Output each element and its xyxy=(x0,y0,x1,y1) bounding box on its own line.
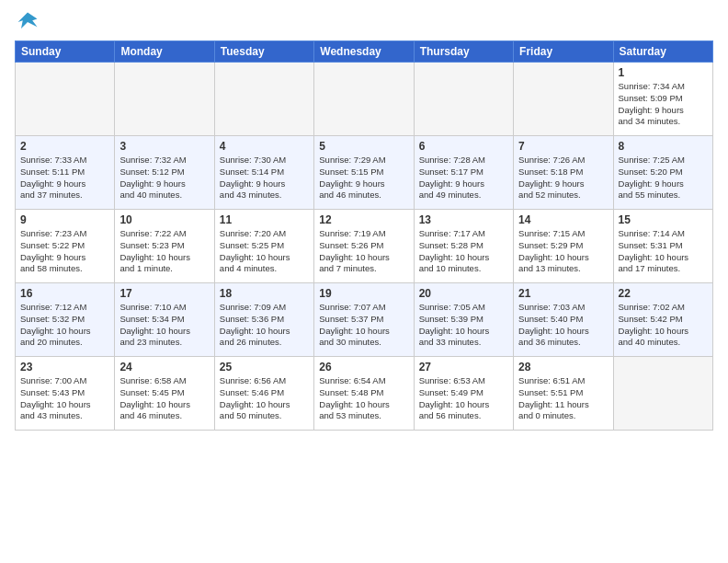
weekday-header-friday: Friday xyxy=(514,41,613,63)
day-number: 24 xyxy=(119,361,209,373)
calendar: SundayMondayTuesdayWednesdayThursdayFrid… xyxy=(15,40,713,431)
day-number: 21 xyxy=(518,287,608,300)
day-detail: Sunrise: 7:05 AM Sunset: 5:39 PM Dayligh… xyxy=(419,302,508,349)
day-detail: Sunrise: 6:54 AM Sunset: 5:48 PM Dayligh… xyxy=(319,375,408,422)
day-detail: Sunrise: 6:51 AM Sunset: 5:51 PM Dayligh… xyxy=(518,375,608,422)
day-number: 27 xyxy=(419,361,508,373)
logo xyxy=(15,9,44,35)
day-number: 28 xyxy=(518,361,608,373)
calendar-cell: 14Sunrise: 7:15 AM Sunset: 5:29 PM Dayli… xyxy=(514,210,613,283)
calendar-cell: 15Sunrise: 7:14 AM Sunset: 5:31 PM Dayli… xyxy=(613,210,712,283)
day-number: 14 xyxy=(518,213,608,226)
calendar-cell: 13Sunrise: 7:17 AM Sunset: 5:28 PM Dayli… xyxy=(414,210,513,283)
calendar-cell: 7Sunrise: 7:26 AM Sunset: 5:18 PM Daylig… xyxy=(514,136,613,210)
day-detail: Sunrise: 6:53 AM Sunset: 5:49 PM Dayligh… xyxy=(419,375,508,422)
day-detail: Sunrise: 7:00 AM Sunset: 5:43 PM Dayligh… xyxy=(20,375,109,422)
calendar-cell: 2Sunrise: 7:33 AM Sunset: 5:11 PM Daylig… xyxy=(16,136,115,210)
calendar-cell: 28Sunrise: 6:51 AM Sunset: 5:51 PM Dayli… xyxy=(514,357,613,431)
calendar-cell: 6Sunrise: 7:28 AM Sunset: 5:17 PM Daylig… xyxy=(414,136,513,210)
calendar-cell: 3Sunrise: 7:32 AM Sunset: 5:12 PM Daylig… xyxy=(115,136,214,210)
day-number: 17 xyxy=(119,287,209,300)
day-number: 7 xyxy=(518,140,608,153)
day-detail: Sunrise: 7:26 AM Sunset: 5:18 PM Dayligh… xyxy=(518,155,608,201)
day-detail: Sunrise: 7:28 AM Sunset: 5:17 PM Dayligh… xyxy=(419,155,508,201)
calendar-cell: 5Sunrise: 7:29 AM Sunset: 5:15 PM Daylig… xyxy=(314,136,414,210)
calendar-cell xyxy=(414,63,513,136)
day-number: 26 xyxy=(319,361,408,373)
day-number: 11 xyxy=(220,213,309,226)
week-row-3: 9Sunrise: 7:23 AM Sunset: 5:22 PM Daylig… xyxy=(16,210,713,283)
weekday-header-thursday: Thursday xyxy=(414,41,513,63)
day-number: 20 xyxy=(419,287,508,300)
day-detail: Sunrise: 7:23 AM Sunset: 5:22 PM Dayligh… xyxy=(20,228,109,275)
weekday-header-saturday: Saturday xyxy=(613,41,712,63)
calendar-cell xyxy=(314,63,414,136)
calendar-body: 1Sunrise: 7:34 AM Sunset: 5:09 PM Daylig… xyxy=(16,63,713,431)
weekday-header-tuesday: Tuesday xyxy=(214,41,313,63)
day-number: 16 xyxy=(20,287,109,300)
day-number: 4 xyxy=(220,140,309,153)
calendar-cell: 11Sunrise: 7:20 AM Sunset: 5:25 PM Dayli… xyxy=(214,210,313,283)
day-number: 13 xyxy=(419,213,508,226)
day-detail: Sunrise: 7:17 AM Sunset: 5:28 PM Dayligh… xyxy=(419,228,508,275)
day-detail: Sunrise: 7:22 AM Sunset: 5:23 PM Dayligh… xyxy=(119,228,209,275)
day-detail: Sunrise: 7:15 AM Sunset: 5:29 PM Dayligh… xyxy=(518,228,608,275)
day-detail: Sunrise: 7:33 AM Sunset: 5:11 PM Dayligh… xyxy=(20,155,109,201)
calendar-cell xyxy=(613,357,712,431)
day-detail: Sunrise: 6:58 AM Sunset: 5:45 PM Dayligh… xyxy=(119,375,209,422)
day-detail: Sunrise: 7:03 AM Sunset: 5:40 PM Dayligh… xyxy=(518,302,608,349)
calendar-cell: 19Sunrise: 7:07 AM Sunset: 5:37 PM Dayli… xyxy=(314,283,414,357)
day-number: 9 xyxy=(20,213,109,226)
day-detail: Sunrise: 7:14 AM Sunset: 5:31 PM Dayligh… xyxy=(619,228,708,275)
calendar-cell xyxy=(115,63,214,136)
calendar-cell: 16Sunrise: 7:12 AM Sunset: 5:32 PM Dayli… xyxy=(16,283,115,357)
calendar-cell xyxy=(16,63,115,136)
day-number: 1 xyxy=(619,66,708,79)
weekday-header-sunday: Sunday xyxy=(16,41,115,63)
day-number: 8 xyxy=(619,140,708,153)
calendar-cell: 26Sunrise: 6:54 AM Sunset: 5:48 PM Dayli… xyxy=(314,357,414,431)
calendar-cell: 17Sunrise: 7:10 AM Sunset: 5:34 PM Dayli… xyxy=(115,283,214,357)
calendar-cell: 9Sunrise: 7:23 AM Sunset: 5:22 PM Daylig… xyxy=(16,210,115,283)
day-number: 23 xyxy=(20,361,109,373)
calendar-cell: 1Sunrise: 7:34 AM Sunset: 5:09 PM Daylig… xyxy=(613,63,712,136)
week-row-1: 1Sunrise: 7:34 AM Sunset: 5:09 PM Daylig… xyxy=(16,63,713,136)
day-detail: Sunrise: 6:56 AM Sunset: 5:46 PM Dayligh… xyxy=(220,375,309,422)
day-number: 18 xyxy=(220,287,309,300)
header xyxy=(15,9,713,35)
weekday-header-wednesday: Wednesday xyxy=(314,41,414,63)
week-row-2: 2Sunrise: 7:33 AM Sunset: 5:11 PM Daylig… xyxy=(16,136,713,210)
day-number: 25 xyxy=(220,361,309,373)
calendar-cell xyxy=(514,63,613,136)
calendar-cell: 22Sunrise: 7:02 AM Sunset: 5:42 PM Dayli… xyxy=(613,283,712,357)
week-row-4: 16Sunrise: 7:12 AM Sunset: 5:32 PM Dayli… xyxy=(16,283,713,357)
day-detail: Sunrise: 7:07 AM Sunset: 5:37 PM Dayligh… xyxy=(319,302,408,349)
weekday-header-monday: Monday xyxy=(115,41,214,63)
day-number: 19 xyxy=(319,287,408,300)
calendar-cell: 23Sunrise: 7:00 AM Sunset: 5:43 PM Dayli… xyxy=(16,357,115,431)
calendar-cell xyxy=(214,63,313,136)
day-number: 2 xyxy=(20,140,109,153)
calendar-cell: 24Sunrise: 6:58 AM Sunset: 5:45 PM Dayli… xyxy=(115,357,214,431)
day-number: 3 xyxy=(119,140,209,153)
calendar-cell: 8Sunrise: 7:25 AM Sunset: 5:20 PM Daylig… xyxy=(613,136,712,210)
day-detail: Sunrise: 7:34 AM Sunset: 5:09 PM Dayligh… xyxy=(619,81,708,128)
day-detail: Sunrise: 7:20 AM Sunset: 5:25 PM Dayligh… xyxy=(220,228,309,275)
day-number: 12 xyxy=(319,213,408,226)
day-number: 5 xyxy=(319,140,408,153)
day-detail: Sunrise: 7:09 AM Sunset: 5:36 PM Dayligh… xyxy=(220,302,309,349)
day-detail: Sunrise: 7:32 AM Sunset: 5:12 PM Dayligh… xyxy=(119,155,209,201)
day-detail: Sunrise: 7:25 AM Sunset: 5:20 PM Dayligh… xyxy=(619,155,708,201)
day-number: 6 xyxy=(419,140,508,153)
calendar-cell: 18Sunrise: 7:09 AM Sunset: 5:36 PM Dayli… xyxy=(214,283,313,357)
day-detail: Sunrise: 7:29 AM Sunset: 5:15 PM Dayligh… xyxy=(319,155,408,201)
day-number: 15 xyxy=(619,213,708,226)
day-detail: Sunrise: 7:19 AM Sunset: 5:26 PM Dayligh… xyxy=(319,228,408,275)
day-detail: Sunrise: 7:02 AM Sunset: 5:42 PM Dayligh… xyxy=(619,302,708,349)
calendar-cell: 27Sunrise: 6:53 AM Sunset: 5:49 PM Dayli… xyxy=(414,357,513,431)
week-row-5: 23Sunrise: 7:00 AM Sunset: 5:43 PM Dayli… xyxy=(16,357,713,431)
day-detail: Sunrise: 7:30 AM Sunset: 5:14 PM Dayligh… xyxy=(220,155,309,201)
calendar-cell: 21Sunrise: 7:03 AM Sunset: 5:40 PM Dayli… xyxy=(514,283,613,357)
day-detail: Sunrise: 7:12 AM Sunset: 5:32 PM Dayligh… xyxy=(20,302,109,349)
page: SundayMondayTuesdayWednesdayThursdayFrid… xyxy=(0,0,728,440)
